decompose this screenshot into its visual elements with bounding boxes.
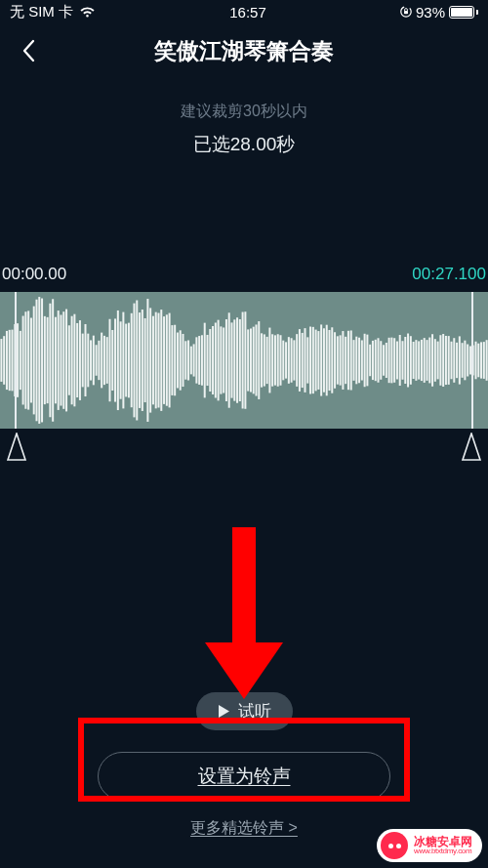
battery-icon <box>449 6 478 19</box>
watermark: 冰糖安卓网 www.btxtdmy.com <box>377 829 482 862</box>
nav-bar: 笑傲江湖琴箫合奏 <box>0 23 488 78</box>
clock: 16:57 <box>229 4 266 21</box>
orientation-lock-icon <box>400 6 412 18</box>
trim-hint: 建议裁剪30秒以内 <box>0 102 488 122</box>
wifi-icon <box>79 6 96 18</box>
waveform-canvas[interactable] <box>0 292 488 429</box>
svg-rect-2 <box>232 527 256 644</box>
chevron-left-icon <box>21 39 35 62</box>
back-button[interactable] <box>14 36 43 65</box>
preview-label: 试听 <box>238 700 271 723</box>
preview-button[interactable]: 试听 <box>196 692 293 730</box>
selected-duration: 已选28.00秒 <box>0 132 488 157</box>
svg-rect-1 <box>404 11 408 14</box>
bottom-actions: 试听 设置为铃声 更多精选铃声 > <box>0 692 488 839</box>
status-right: 93% <box>400 4 478 21</box>
more-link-label: 更多精选铃声 > <box>190 819 298 836</box>
page-title: 笑傲江湖琴箫合奏 <box>0 36 488 66</box>
time-labels: 00:00.00 00:27.100 <box>0 265 488 284</box>
status-bar: 无 SIM 卡 16:57 93% <box>0 0 488 23</box>
trim-handle-left[interactable] <box>6 433 27 468</box>
more-ringtones-link[interactable]: 更多精选铃声 > <box>190 818 298 839</box>
trim-handles <box>0 433 488 472</box>
battery-pct: 93% <box>416 4 445 21</box>
watermark-logo-icon <box>381 832 408 859</box>
trim-handle-right[interactable] <box>461 433 482 468</box>
set-ringtone-label: 设置为铃声 <box>198 764 291 789</box>
annotation-arrow <box>185 527 303 703</box>
handle-grip-icon <box>6 433 27 464</box>
status-left: 无 SIM 卡 <box>10 3 96 21</box>
carrier-text: 无 SIM 卡 <box>10 3 73 21</box>
handle-grip-icon <box>461 433 482 464</box>
play-icon <box>218 704 230 719</box>
end-time: 00:27.100 <box>412 265 486 284</box>
start-time: 00:00.00 <box>2 265 66 284</box>
watermark-url: www.btxtdmy.com <box>414 847 472 855</box>
set-ringtone-button[interactable]: 设置为铃声 <box>98 752 390 801</box>
trim-info: 建议裁剪30秒以内 已选28.00秒 <box>0 102 488 157</box>
waveform-editor: 00:00.00 00:27.100 <box>0 265 488 429</box>
